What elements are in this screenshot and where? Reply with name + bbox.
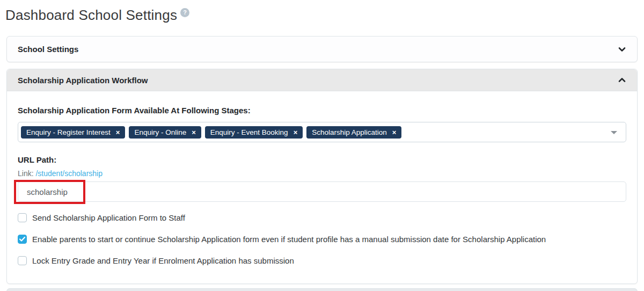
tag-remove-icon[interactable]: × xyxy=(192,129,196,136)
checkbox-label: Send Scholarship Application Form to Sta… xyxy=(32,213,185,222)
stage-tag: Enquiry - Online × xyxy=(129,126,201,139)
stage-tag: Scholarship Application × xyxy=(306,126,401,139)
link-line: Link: /student/scholarship xyxy=(18,169,626,178)
chevron-down-icon[interactable] xyxy=(618,45,626,54)
accordion-header-school-settings[interactable]: School Settings xyxy=(7,37,637,62)
checkbox-row-enable-parents[interactable]: Enable parents to start or continue Scho… xyxy=(18,235,626,244)
tag-remove-icon[interactable]: × xyxy=(392,129,397,136)
accordion-header-scholarship-workflow[interactable]: Scholarship Application Workflow xyxy=(7,69,637,91)
stages-multiselect[interactable]: Enquiry - Register Interest × Enquiry - … xyxy=(18,122,626,142)
checkbox-row-send-to-staff[interactable]: Send Scholarship Application Form to Sta… xyxy=(18,213,626,222)
url-path-input[interactable] xyxy=(18,181,626,202)
stages-label: Scholarship Application Form Available A… xyxy=(18,106,626,115)
checkbox-row-lock-entry[interactable]: Lock Entry Grade and Entry Year if Enrol… xyxy=(18,256,626,265)
tag-remove-icon[interactable]: × xyxy=(294,129,298,136)
stage-tag: Enquiry - Event Booking × xyxy=(205,126,303,139)
scholarship-link[interactable]: /student/scholarship xyxy=(35,169,103,178)
tag-remove-icon[interactable]: × xyxy=(116,129,120,136)
stage-tag-label: Enquiry - Register Interest xyxy=(26,128,111,136)
url-input-wrap xyxy=(18,181,626,202)
checkbox[interactable] xyxy=(18,256,27,265)
checkbox[interactable] xyxy=(18,213,27,222)
link-prefix: Link: xyxy=(18,169,34,178)
accordion-school-settings: School Settings xyxy=(6,36,638,62)
dropdown-caret-icon[interactable] xyxy=(611,131,617,134)
checkbox[interactable] xyxy=(18,235,27,244)
checkbox-label: Lock Entry Grade and Entry Year if Enrol… xyxy=(32,256,294,265)
checkbox-group: Send Scholarship Application Form to Sta… xyxy=(18,213,626,265)
accordion-title: School Settings xyxy=(18,45,78,54)
accordion-scholarship-workflow: Scholarship Application Workflow Scholar… xyxy=(6,69,638,284)
accordion-body: Scholarship Application Form Available A… xyxy=(7,91,637,283)
help-icon[interactable]: ? xyxy=(180,8,189,17)
stage-tag-label: Scholarship Application xyxy=(312,128,387,136)
accordion-next-panel-edge[interactable] xyxy=(6,288,638,291)
stage-tag: Enquiry - Register Interest × xyxy=(21,126,125,139)
stage-tag-label: Enquiry - Event Booking xyxy=(210,128,288,136)
page-header: Dashboard School Settings ? xyxy=(0,0,644,24)
accordion-title: Scholarship Application Workflow xyxy=(18,76,148,85)
checkbox-label: Enable parents to start or continue Scho… xyxy=(32,235,546,244)
stage-tag-label: Enquiry - Online xyxy=(134,128,186,136)
chevron-up-icon[interactable] xyxy=(618,76,626,84)
url-path-label: URL Path: xyxy=(18,155,626,164)
page-title: Dashboard School Settings xyxy=(5,7,177,24)
